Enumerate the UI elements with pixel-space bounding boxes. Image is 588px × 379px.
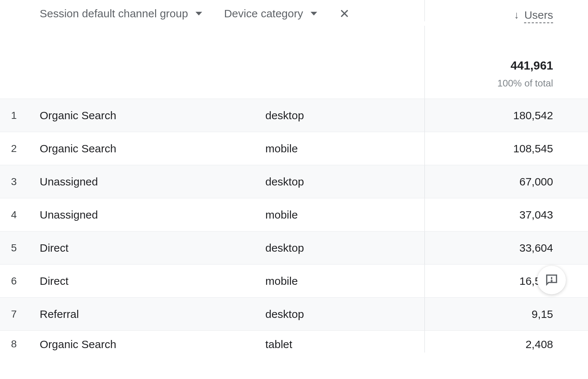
chevron-down-icon <box>196 12 202 15</box>
dimension-columns: Session default channel group Device cat… <box>0 0 424 20</box>
row-channel: Organic Search <box>40 109 265 122</box>
row-users: 108,545 <box>424 132 588 165</box>
arrow-down-icon: ↓ <box>514 9 519 21</box>
table-row[interactable]: 7Referraldesktop9,15 <box>0 297 588 330</box>
row-users: 37,043 <box>424 198 588 231</box>
secondary-dimension-selector[interactable]: Device category <box>224 7 317 20</box>
metric-column-header[interactable]: ↓ Users <box>424 0 588 21</box>
table-row[interactable]: 3Unassigneddesktop67,000 <box>0 165 588 198</box>
primary-dimension-label: Session default channel group <box>40 7 188 20</box>
row-number: 6 <box>0 275 40 287</box>
feedback-icon <box>544 273 559 287</box>
secondary-dimension-label: Device category <box>224 7 303 20</box>
row-device: desktop <box>265 308 424 320</box>
row-number: 3 <box>0 176 40 188</box>
table-row[interactable]: 2Organic Searchmobile108,545 <box>0 132 588 165</box>
chevron-down-icon <box>311 12 317 15</box>
row-channel: Referral <box>40 308 265 320</box>
table-row[interactable]: 1Organic Searchdesktop180,542 <box>0 99 588 132</box>
row-number: 2 <box>0 143 40 155</box>
row-device: desktop <box>265 109 424 122</box>
row-number: 1 <box>0 110 40 121</box>
close-icon[interactable]: ✕ <box>339 7 349 20</box>
table-row[interactable]: 6Directmobile16,500 <box>0 264 588 297</box>
row-number: 8 <box>0 338 40 350</box>
row-device: tablet <box>265 338 424 351</box>
analytics-table: Session default channel group Device cat… <box>0 0 588 379</box>
row-device: desktop <box>265 242 424 254</box>
row-channel: Direct <box>40 275 265 287</box>
row-users: 180,542 <box>424 99 588 132</box>
row-users: 9,15 <box>424 298 588 330</box>
primary-dimension-selector[interactable]: Session default channel group <box>40 7 202 20</box>
row-number: 5 <box>0 242 40 254</box>
row-device: mobile <box>265 275 424 287</box>
table-body: 1Organic Searchdesktop180,5422Organic Se… <box>0 99 588 353</box>
total-users: 441,961 <box>510 59 553 72</box>
row-device: mobile <box>265 209 424 221</box>
table-row[interactable]: 5Directdesktop33,604 <box>0 231 588 264</box>
row-channel: Unassigned <box>40 176 265 188</box>
row-device: mobile <box>265 142 424 155</box>
row-users: 2,408 <box>424 331 588 353</box>
row-users: 33,604 <box>424 231 588 264</box>
feedback-button[interactable] <box>537 266 566 294</box>
pct-of-total: 100% of total <box>497 78 553 89</box>
row-channel: Direct <box>40 242 265 254</box>
row-number: 4 <box>0 209 40 221</box>
row-channel: Organic Search <box>40 338 265 351</box>
svg-point-1 <box>551 281 552 281</box>
row-device: desktop <box>265 176 424 188</box>
row-channel: Organic Search <box>40 142 265 155</box>
summary-metric: 441,961 100% of total <box>424 26 588 99</box>
table-row[interactable]: 4Unassignedmobile37,043 <box>0 198 588 231</box>
row-channel: Unassigned <box>40 209 265 221</box>
summary-row: 441,961 100% of total <box>0 26 588 99</box>
table-row[interactable]: 8Organic Searchtablet2,408 <box>0 330 588 353</box>
metric-label: Users <box>524 9 553 21</box>
row-number: 7 <box>0 308 40 320</box>
row-users: 67,000 <box>424 165 588 198</box>
table-header: Session default channel group Device cat… <box>0 0 588 26</box>
